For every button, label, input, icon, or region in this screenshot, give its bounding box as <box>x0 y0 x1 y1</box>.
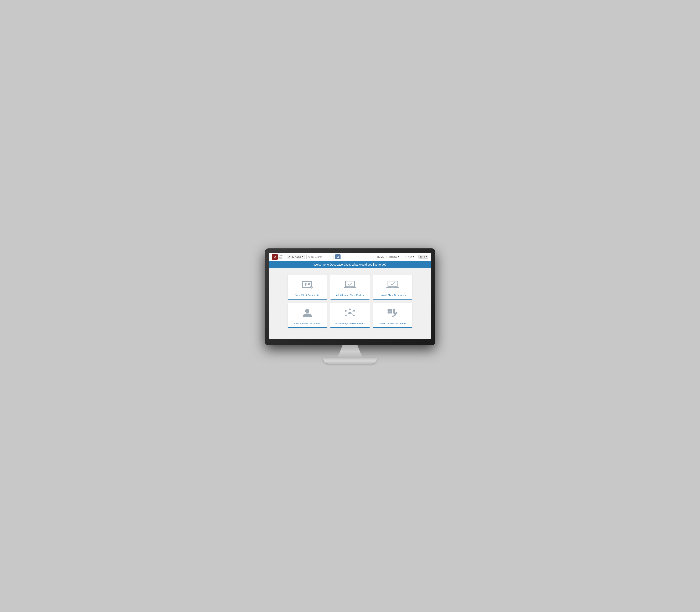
upload-advisor-docs-icon <box>385 307 400 319</box>
add-manage-client-folders-label: Add/Manage Client Folders <box>335 292 365 299</box>
view-client-docs-label: View Client Documents <box>294 292 320 299</box>
svg-line-27 <box>346 311 349 312</box>
svg-line-30 <box>351 313 353 315</box>
app-navbar: AtenaBox All by Name ▾ HOME | <box>269 253 431 261</box>
network-nodes-icon <box>343 308 357 318</box>
svg-line-28 <box>351 311 353 312</box>
view-client-docs-icon: + <box>300 279 315 290</box>
retrieve-chevron-icon: ▾ <box>398 255 399 258</box>
cards-grid: + View Client Documents <box>288 275 413 328</box>
nav-right: HOME | Retrieve ▾ | 📄 New ▾ | 3946 <box>376 255 428 259</box>
svg-rect-34 <box>388 311 390 314</box>
svg-point-19 <box>305 309 309 313</box>
svg-point-6 <box>304 283 306 285</box>
chevron-down-icon: ▾ <box>302 255 303 258</box>
nav-divider-1: | <box>386 255 387 258</box>
logo-text: AtenaBox <box>278 254 284 259</box>
upload-client-docs-icon <box>385 279 400 290</box>
monitor-bezel: AtenaBox All by Name ▾ HOME | <box>265 248 435 345</box>
svg-point-20 <box>349 312 351 314</box>
svg-rect-33 <box>393 309 395 311</box>
nav-divider-2: | <box>402 255 402 258</box>
add-manage-advisor-folders-icon <box>343 307 357 319</box>
banner-text: Welcome to Docupace Vault. What would yo… <box>314 263 386 266</box>
person-silhouette-icon <box>301 308 314 318</box>
svg-point-25 <box>349 308 351 310</box>
app-logo: AtenaBox <box>272 254 284 260</box>
nav-divider-3: | <box>416 255 417 258</box>
laptop-upload-icon <box>386 279 399 290</box>
home-link[interactable]: HOME <box>376 255 385 259</box>
monitor-stand-base <box>323 358 377 364</box>
client-search-input[interactable] <box>306 255 333 259</box>
laptop-check-icon <box>343 279 357 290</box>
svg-rect-32 <box>390 309 392 311</box>
view-advisors-docs-icon <box>300 307 315 319</box>
upload-client-docs-label: Upload Client Documents <box>378 292 407 299</box>
view-advisors-docs-label: View Advisors Documents <box>293 321 322 327</box>
hand-grid-icon <box>386 308 399 318</box>
svg-rect-36 <box>393 311 395 314</box>
badge-chevron-icon: ▾ <box>426 255 427 258</box>
svg-point-2 <box>337 256 339 258</box>
svg-rect-16 <box>388 281 397 287</box>
logo-icon <box>272 254 278 260</box>
svg-rect-18 <box>391 287 394 288</box>
new-dropdown[interactable]: 📄 New ▾ <box>403 255 415 259</box>
view-advisors-docs-card[interactable]: View Advisors Documents <box>288 303 327 328</box>
add-manage-client-folders-card[interactable]: Add/Manage Client Folders <box>330 275 370 300</box>
svg-point-21 <box>345 310 346 311</box>
add-manage-client-folders-icon <box>343 279 357 290</box>
add-manage-advisor-folders-label: Add/Manage Advisor Folders <box>334 321 366 327</box>
svg-point-22 <box>353 310 355 311</box>
upload-advisor-docs-label: Upload Advisor Documents <box>378 321 408 327</box>
svg-rect-35 <box>390 311 392 314</box>
person-card-icon: + <box>301 279 314 290</box>
svg-point-24 <box>353 315 355 316</box>
retrieve-label: Retrieve <box>389 255 398 258</box>
view-client-docs-card[interactable]: + View Client Documents <box>288 275 327 300</box>
svg-text:+: + <box>311 287 312 289</box>
svg-point-23 <box>345 315 346 316</box>
new-label: New <box>408 255 412 258</box>
new-chevron-icon: ▾ <box>413 255 414 258</box>
dropdown-label: All by Name <box>288 255 301 258</box>
welcome-banner: Welcome to Docupace Vault. What would yo… <box>269 261 431 268</box>
retrieve-dropdown[interactable]: Retrieve ▾ <box>388 255 400 259</box>
monitor-screen: AtenaBox All by Name ▾ HOME | <box>269 253 431 339</box>
new-doc-icon: 📄 <box>404 255 407 258</box>
monitor-wrapper: AtenaBox All by Name ▾ HOME | <box>265 248 435 364</box>
upload-advisor-docs-card[interactable]: Upload Advisor Documents <box>373 303 412 328</box>
svg-rect-14 <box>348 287 351 288</box>
search-icon <box>337 255 339 258</box>
upload-client-docs-card[interactable]: Upload Client Documents <box>373 275 412 300</box>
monitor-stand-neck <box>338 345 362 358</box>
badge-number[interactable]: 3946 ▾ <box>418 255 428 259</box>
main-content: + View Client Documents <box>269 268 431 339</box>
svg-line-3 <box>338 257 339 258</box>
add-manage-advisor-folders-card[interactable]: Add/Manage Advisor Folders <box>330 303 370 328</box>
all-by-name-dropdown[interactable]: All by Name ▾ <box>287 254 305 259</box>
search-button[interactable] <box>335 254 341 259</box>
svg-point-1 <box>274 256 275 258</box>
svg-line-29 <box>346 313 349 315</box>
svg-rect-31 <box>388 309 390 311</box>
svg-rect-12 <box>346 281 354 287</box>
